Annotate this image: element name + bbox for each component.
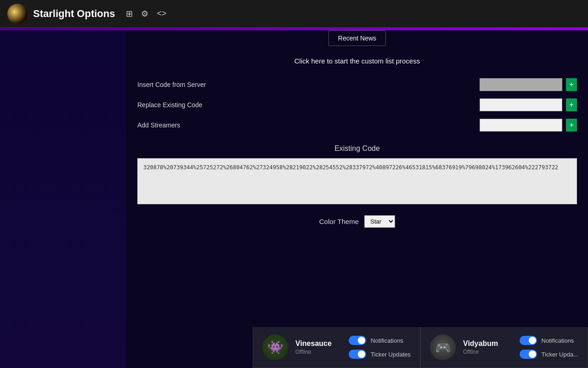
avatar-vinesauce-img: 👾 — [262, 334, 288, 360]
add-streamers-right: + — [480, 119, 577, 132]
vinesauce-ticker-row: Ticker Updates — [349, 350, 411, 359]
gear-icon[interactable]: ⚙ — [139, 7, 150, 21]
options-section: Insert Code from Server + Replace Existi… — [126, 78, 588, 132]
insert-code-label: Insert Code from Server — [137, 81, 206, 88]
existing-code-box[interactable]: 320878%20739344%25725272%26804762%273249… — [137, 158, 577, 204]
option-row-streamers: Add Streamers + — [137, 119, 577, 132]
add-streamers-label: Add Streamers — [137, 121, 180, 129]
vinesauce-notifications-toggle[interactable] — [349, 336, 366, 345]
replace-code-right: + — [480, 98, 577, 111]
vinesauce-notifications-row: Notifications — [349, 336, 411, 345]
code-icon[interactable]: <> — [155, 7, 168, 21]
replace-code-button[interactable]: + — [566, 98, 577, 111]
main-layout: Recent News Click here to start the cust… — [0, 30, 588, 368]
custom-list-link[interactable]: Click here to start the custom list proc… — [294, 57, 420, 65]
insert-code-right: + — [480, 78, 577, 91]
add-streamers-button[interactable]: + — [566, 119, 577, 132]
insert-code-button[interactable]: + — [566, 78, 577, 91]
avatar-vidyabum-img: 🎮 — [430, 334, 456, 360]
vidyabum-name: Vidyabum — [463, 339, 498, 348]
vinesauce-notifications-label: Notifications — [371, 337, 403, 344]
recent-news-button[interactable]: Recent News — [328, 30, 386, 46]
news-section: Recent News — [126, 30, 588, 46]
color-theme-label: Color Theme — [319, 218, 359, 225]
vinesauce-info: Vinesauce Offline — [295, 339, 332, 355]
avatar-vinesauce: 👾 — [262, 334, 288, 360]
add-streamers-input[interactable] — [480, 119, 562, 132]
vidyabum-ticker-row: Ticker Upda... — [520, 350, 578, 359]
vinesauce-ticker-toggle[interactable] — [349, 350, 366, 359]
replace-code-input[interactable] — [480, 98, 562, 111]
replace-code-label: Replace Existing Code — [137, 101, 203, 109]
vinesauce-status: Offline — [295, 349, 332, 355]
vinesauce-ticker-label: Ticker Updates — [371, 351, 411, 358]
vidyabum-controls: Notifications Ticker Upda... — [520, 336, 578, 359]
color-theme-section: Color Theme Star Dark Light — [126, 215, 588, 228]
app-title: Starlight Options — [33, 8, 115, 20]
color-theme-select[interactable]: Star Dark Light — [364, 215, 395, 228]
vidyabum-notifications-row: Notifications — [520, 336, 578, 345]
streamers-row: 👾 Vinesauce Offline Notifications Ticker… — [253, 327, 588, 368]
sidebar — [0, 30, 126, 368]
vidyabum-ticker-toggle[interactable] — [520, 350, 537, 359]
custom-list-section: Click here to start the custom list proc… — [126, 57, 588, 65]
app-logo — [7, 4, 28, 24]
vidyabum-notifications-toggle[interactable] — [520, 336, 537, 345]
avatar-vidyabum: 🎮 — [430, 334, 456, 360]
vidyabum-notifications-label: Notifications — [542, 337, 574, 344]
existing-code-title: Existing Code — [137, 144, 577, 153]
vidyabum-info: Vidyabum Offline — [463, 339, 498, 355]
vidyabum-status: Offline — [463, 349, 498, 355]
center-scroll: Recent News Click here to start the cust… — [126, 30, 588, 368]
header-icons: ⊞ ⚙ <> — [124, 7, 168, 21]
panel-icon[interactable]: ⊞ — [124, 7, 135, 21]
streamer-card-vidyabum: 🎮 Vidyabum Offline Notifications Ticker … — [420, 327, 588, 368]
option-row-insert: Insert Code from Server + — [137, 78, 577, 91]
vinesauce-controls: Notifications Ticker Updates — [349, 336, 411, 359]
vidyabum-ticker-label: Ticker Upda... — [542, 351, 578, 358]
center-panel: Recent News Click here to start the cust… — [126, 30, 588, 368]
vinesauce-name: Vinesauce — [295, 339, 332, 348]
streamer-card-vinesauce: 👾 Vinesauce Offline Notifications Ticker… — [253, 327, 420, 368]
option-row-replace: Replace Existing Code + — [137, 98, 577, 111]
insert-code-input[interactable] — [480, 78, 562, 91]
existing-code-section: Existing Code 320878%20739344%25725272%2… — [126, 144, 588, 204]
app-header: Starlight Options ⊞ ⚙ <> — [0, 0, 588, 28]
